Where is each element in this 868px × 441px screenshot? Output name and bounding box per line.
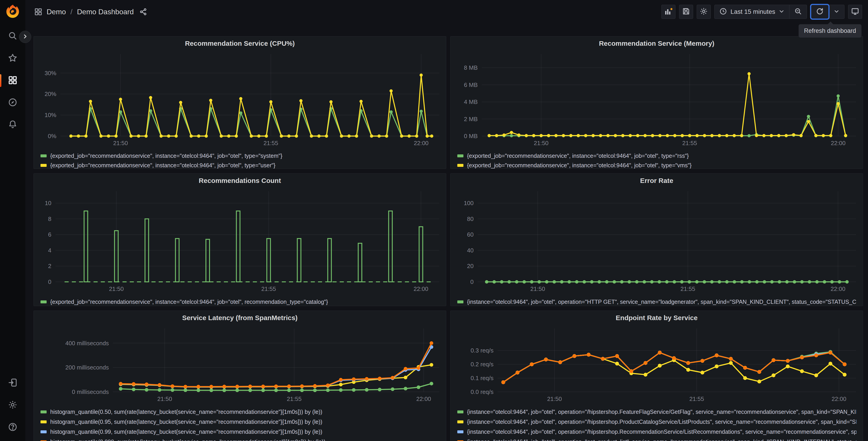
legend: {instance="otelcol:9464", job="otel", op… [451,294,863,305]
svg-text:20%: 20% [44,91,56,97]
svg-text:8 MB: 8 MB [464,64,478,71]
svg-text:400 milliseconds: 400 milliseconds [65,340,109,347]
svg-text:0: 0 [470,278,474,285]
clock-icon [719,7,727,16]
panel-title[interactable]: Recommendation Service (CPU%) [34,36,446,51]
chart-canvas[interactable]: 0%10%20%30%21:5021:5522:00 [34,51,446,148]
svg-text:0: 0 [48,278,51,285]
question-circle-icon [8,422,18,433]
legend-label: histogram_quantile(0.50, sum(rate(latenc… [50,409,322,415]
legend-swatch [457,440,463,441]
legend-label: histogram_quantile(0.999, sum(rate(laten… [50,439,326,441]
sign-in-icon [8,378,18,388]
sidebar-item-help[interactable] [7,422,18,433]
sync-icon [816,7,824,16]
legend-item[interactable]: histogram_quantile(0.50, sum(rate(latenc… [40,408,440,415]
legend-label: {instance="otelcol:9464", job="otel", op… [467,429,857,435]
sidebar [0,0,25,441]
legend-item[interactable]: {exported_job="recommendationservice", i… [457,162,857,169]
sidebar-nav [7,31,18,130]
panel-title[interactable]: Endpoint Rate by Service [451,311,863,325]
panel-error-rate: Error Rate 02040608010021:5021:5522:00 {… [450,173,863,306]
chart-canvas[interactable]: 0 MB2 MB4 MB6 MB8 MB21:5021:5522:00 [451,51,863,148]
chart-area[interactable]: 02040608010021:5021:5522:00 [451,188,863,294]
add-panel-button[interactable] [661,5,676,19]
chart-area[interactable]: 0 MB2 MB4 MB6 MB8 MB21:5021:5522:00 [451,51,863,148]
legend: {exported_job="recommendationservice", i… [34,294,446,305]
panel-title[interactable]: Error Rate [451,174,863,188]
legend-item[interactable]: {exported_job="recommendationservice", i… [40,298,440,305]
sidebar-item-dashboards[interactable] [7,75,18,86]
legend-item[interactable]: {exported_job="recommendationservice", i… [40,152,440,159]
svg-text:30%: 30% [44,70,56,77]
chart-area[interactable]: 0 milliseconds200 milliseconds400 millis… [34,325,446,404]
legend-item[interactable]: histogram_quantile(0.99, sum(rate(latenc… [40,428,440,435]
svg-text:21:55: 21:55 [689,395,704,402]
legend-label: {exported_job="recommendationservice", i… [467,162,691,169]
sidebar-item-sign-in[interactable] [7,378,18,388]
save-dashboard-button[interactable] [679,5,693,19]
grafana-logo-icon[interactable] [5,4,20,19]
svg-text:0.3 req/s: 0.3 req/s [471,347,494,354]
panel-title[interactable]: Recommendations Count [34,174,446,188]
legend-label: {instance="otelcol:9464", job="otel", op… [467,419,857,425]
time-picker-group: Last 15 minutes [714,5,807,19]
chart-area[interactable]: 0.0 req/s0.1 req/s0.2 req/s0.3 req/s21:5… [451,325,863,404]
refresh-dashboard-button[interactable] [811,5,828,19]
sidebar-item-configuration[interactable] [7,400,18,411]
svg-text:200 milliseconds: 200 milliseconds [65,364,109,371]
legend-label: {exported_job="recommendationservice", i… [467,153,689,159]
svg-text:22:00: 22:00 [832,395,846,402]
chevron-down-icon [833,8,840,16]
dashboard-settings-button[interactable] [697,5,711,19]
sidebar-expand-button[interactable] [19,31,31,43]
legend-item[interactable]: histogram_quantile(0.999, sum(rate(laten… [40,438,440,441]
legend-item[interactable]: {instance="otelcol:9464", job="otel", op… [457,428,857,435]
svg-text:6: 6 [48,231,51,238]
legend-item[interactable]: {instance="otelcol:9464", job="otel", op… [457,418,857,425]
time-range-picker[interactable]: Last 15 minutes [715,5,789,19]
panel-service-latency: Service Latency (from SpanMetrics) 0 mil… [33,311,446,441]
legend-label: {exported_job="recommendationservice", i… [50,299,328,305]
sidebar-item-starred[interactable] [7,53,18,64]
star-icon [8,53,18,64]
legend-label: {exported_job="recommendationservice", i… [50,162,275,169]
legend-item[interactable]: {instance="otelcol:9464", job="otel", op… [457,438,857,441]
refresh-group: Refresh dashboard [810,5,844,19]
header: Demo / Demo Dashboard [25,0,868,24]
svg-text:0.1 req/s: 0.1 req/s [471,375,494,381]
panel-recommendation-cpu: Recommendation Service (CPU%) 0%10%20%30… [33,36,446,169]
chart-area[interactable]: 0%10%20%30%21:5021:5522:00 [34,51,446,148]
legend-item[interactable]: {exported_job="recommendationservice", i… [40,162,440,169]
legend-item[interactable]: {exported_job="recommendationservice", i… [457,152,857,159]
sidebar-item-alerting[interactable] [7,120,18,130]
svg-text:21:55: 21:55 [287,395,302,402]
legend-swatch [40,440,46,441]
legend-swatch [40,410,46,413]
magnifier-icon [8,31,18,42]
panel-title[interactable]: Recommendation Service (Memory) [451,36,863,51]
chart-canvas[interactable]: 024681021:5021:5522:00 [34,188,446,294]
share-icon[interactable] [139,8,147,16]
legend-label: {instance="otelcol:9464", job="otel", op… [467,299,857,305]
panel-title[interactable]: Service Latency (from SpanMetrics) [34,311,446,325]
legend-item[interactable]: {instance="otelcol:9464", job="otel", op… [457,408,857,415]
chart-canvas[interactable]: 02040608010021:5021:5522:00 [451,188,863,294]
zoom-out-button[interactable] [789,5,807,19]
sidebar-item-search[interactable] [7,31,18,42]
svg-text:100: 100 [464,200,474,206]
chart-canvas[interactable]: 0 milliseconds200 milliseconds400 millis… [34,325,446,404]
legend-swatch [40,164,46,167]
sidebar-item-explore[interactable] [7,97,18,108]
refresh-interval-dropdown[interactable] [829,5,844,19]
chart-canvas[interactable]: 0.0 req/s0.1 req/s0.2 req/s0.3 req/s21:5… [451,325,863,404]
legend-item[interactable]: {instance="otelcol:9464", job="otel", op… [457,298,857,305]
legend-item[interactable]: histogram_quantile(0.95, sum(rate(latenc… [40,418,440,425]
breadcrumb-page-title: Demo Dashboard [77,8,134,16]
svg-text:21:55: 21:55 [264,140,278,146]
chart-area[interactable]: 024681021:5021:5522:00 [34,188,446,294]
time-range-label: Last 15 minutes [731,8,775,16]
kiosk-mode-button[interactable] [848,5,862,19]
breadcrumb-section[interactable]: Demo [46,8,66,16]
svg-text:40: 40 [467,247,474,254]
